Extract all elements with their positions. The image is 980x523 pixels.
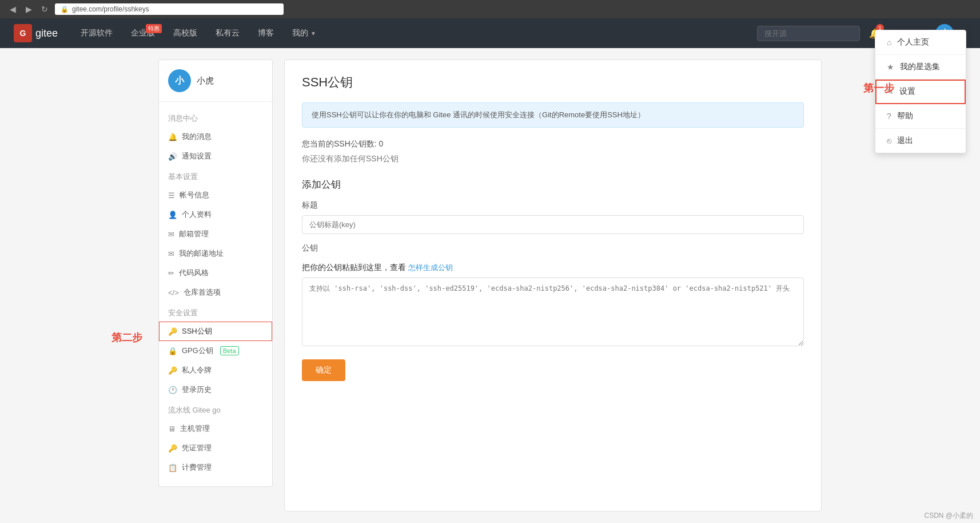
gitee-logo-icon: G	[14, 24, 32, 42]
sidebar-item-account[interactable]: ☰ 帐号信息	[159, 185, 272, 205]
label-field-label: 标题	[302, 200, 804, 211]
sidebar: 小 小虎 消息中心 🔔 我的消息 🔊 通知设置 基本设置 ☰ 帐号信息 👤	[158, 60, 273, 487]
sidebar-item-code-style[interactable]: ✏ 代码风格	[159, 263, 272, 283]
pubkey-label-row: 公钥	[302, 243, 804, 258]
star-icon: ★	[887, 62, 894, 72]
back-button[interactable]: ◀	[7, 3, 18, 15]
credential-icon: 🔑	[168, 444, 177, 453]
history-icon: 🕐	[168, 386, 177, 394]
lock-icon2: 🔒	[168, 347, 177, 355]
page-wrapper: ◀ ▶ ↻ 🔒 gitee.com/profile/sshkeys G gite…	[0, 0, 980, 523]
step2-annotation: 第二步	[111, 331, 142, 344]
sidebar-item-my-messages[interactable]: 🔔 我的消息	[159, 127, 272, 146]
nav-item-mine[interactable]: 我的 ▼	[283, 18, 325, 48]
bell-icon: 🔔	[168, 133, 177, 141]
enterprise-badge: 特惠	[146, 24, 162, 33]
gitee-logo-text: gitee	[35, 27, 58, 39]
submit-button[interactable]: 确定	[302, 359, 345, 381]
dropdown-item-stars[interactable]: ★ 我的星选集	[875, 55, 966, 80]
logout-icon: ⎋	[887, 136, 891, 145]
page-content: 小 小虎 消息中心 🔔 我的消息 🔊 通知设置 基本设置 ☰ 帐号信息 👤	[147, 48, 833, 523]
email2-icon: ✉	[168, 249, 174, 258]
nav-item-enterprise[interactable]: 企业版 特惠	[122, 18, 164, 48]
gitee-header: G gitee 开源软件 企业版 特惠 高校版 私有云 博客 我的 ▼	[0, 18, 980, 48]
speaker-icon: 🔊	[168, 152, 177, 161]
sidebar-item-email-mgmt[interactable]: ✉ 邮箱管理	[159, 224, 272, 244]
home-icon: ⌂	[887, 38, 891, 47]
host-icon: 🖥	[168, 425, 176, 433]
sidebar-section-messages: 消息中心	[159, 108, 272, 127]
sidebar-section-pipeline: 流水线 Gitee go	[159, 399, 272, 419]
sidebar-user: 小 小虎	[159, 69, 272, 102]
step1-annotation: 第一步	[863, 81, 894, 95]
forward-button[interactable]: ▶	[23, 3, 34, 15]
pubkey-textarea[interactable]	[302, 278, 804, 346]
nav-item-private[interactable]: 私有云	[206, 18, 249, 48]
nav-item-blog[interactable]: 博客	[249, 18, 283, 48]
email-icon: ✉	[168, 230, 174, 239]
code-style-icon: ✏	[168, 269, 174, 278]
pubkey-field-label: 公钥	[302, 243, 318, 253]
sidebar-item-credential-mgmt[interactable]: 🔑 凭证管理	[159, 438, 272, 458]
gitee-logo[interactable]: G gitee	[14, 24, 58, 42]
refresh-button[interactable]: ↻	[39, 3, 50, 15]
sidebar-item-billing-mgmt[interactable]: 📋 计费管理	[159, 458, 272, 477]
sidebar-section-basic: 基本设置	[159, 166, 272, 185]
sidebar-item-gpg-keys[interactable]: 🔒 GPG公钥 Beta	[159, 341, 272, 360]
header-nav: 开源软件 企业版 特惠 高校版 私有云 博客 我的 ▼	[71, 18, 757, 48]
repo-icon: </>	[168, 288, 179, 297]
page-title: SSH公钥	[302, 74, 804, 91]
main-content: SSH公钥 使用SSH公钥可以让你在你的电脑和 Gitee 通讯的时候使用安全连…	[284, 60, 822, 512]
billing-icon: 📋	[168, 463, 177, 472]
sidebar-item-email-address[interactable]: ✉ 我的邮递地址	[159, 244, 272, 263]
sidebar-item-repo-prefs[interactable]: </> 仓库首选项	[159, 283, 272, 302]
dropdown-item-home[interactable]: ⌂ 个人主页	[875, 30, 966, 55]
search-input[interactable]	[757, 26, 860, 41]
sidebar-item-personal-token[interactable]: 🔑 私人令牌	[159, 360, 272, 380]
dropdown-item-help[interactable]: ? 帮助	[875, 104, 966, 129]
ssh-count-text: 您当前的SSH公钥数: 0	[302, 139, 804, 149]
add-key-title: 添加公钥	[302, 178, 804, 191]
help-icon: ?	[887, 112, 891, 121]
how-to-generate-link[interactable]: 怎样生成公钥	[408, 263, 453, 273]
url-bar[interactable]: 🔒 gitee.com/profile/sshkeys	[55, 3, 284, 15]
user-icon: 👤	[168, 211, 177, 219]
beta-badge: Beta	[220, 346, 239, 355]
sidebar-item-host-mgmt[interactable]: 🖥 主机管理	[159, 419, 272, 438]
nav-item-opensource[interactable]: 开源软件	[71, 18, 122, 48]
key-icon: 🔑	[168, 327, 177, 336]
dropdown-item-logout[interactable]: ⎋ 退出	[875, 129, 966, 153]
url-text: gitee.com/profile/sshkeys	[72, 5, 149, 13]
account-icon: ☰	[168, 191, 175, 200]
sidebar-section-security: 安全设置	[159, 302, 272, 322]
footer-bar: CSDN @小柔的	[917, 509, 980, 523]
key-title-input[interactable]	[302, 215, 804, 234]
token-icon: 🔑	[168, 366, 177, 375]
sidebar-item-ssh-keys[interactable]: 🔑 SSH公钥	[159, 322, 272, 341]
lock-icon: 🔒	[61, 6, 69, 13]
sidebar-item-login-history[interactable]: 🕐 登录历史	[159, 380, 272, 399]
sidebar-username: 小虎	[197, 76, 214, 86]
sidebar-item-profile[interactable]: 👤 个人资料	[159, 205, 272, 224]
info-banner: 使用SSH公钥可以让你在你的电脑和 Gitee 通讯的时候使用安全连接（Git的…	[302, 102, 804, 128]
nav-item-university[interactable]: 高校版	[164, 18, 206, 48]
sidebar-item-notification-settings[interactable]: 🔊 通知设置	[159, 146, 272, 166]
pubkey-description: 把你的公钥粘贴到这里，查看 怎样生成公钥	[302, 263, 804, 273]
ssh-empty-text: 你还没有添加任何SSH公钥	[302, 154, 804, 164]
browser-bar: ◀ ▶ ↻ 🔒 gitee.com/profile/sshkeys	[0, 0, 980, 18]
avatar: 小	[168, 69, 191, 92]
